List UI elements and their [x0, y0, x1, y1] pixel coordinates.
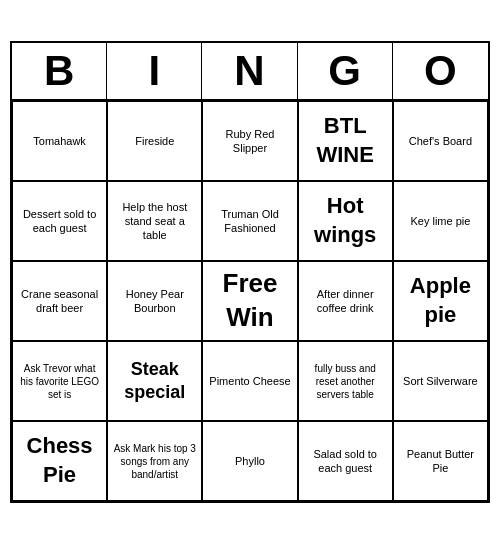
cell-text: Key lime pie — [410, 214, 470, 228]
cell-text: Truman Old Fashioned — [207, 207, 292, 236]
cell-text: fully buss and reset another servers tab… — [303, 362, 388, 401]
bingo-cell[interactable]: Phyllo — [202, 421, 297, 501]
cell-text: Chef's Board — [409, 134, 472, 148]
cell-text: Chess Pie — [17, 432, 102, 489]
cell-text: After dinner coffee drink — [303, 287, 388, 316]
cell-text: Hot wings — [303, 192, 388, 249]
cell-text: Fireside — [135, 134, 174, 148]
bingo-grid: TomahawkFiresideRuby Red SlipperBTL WINE… — [12, 101, 488, 501]
bingo-cell[interactable]: Apple pie — [393, 261, 488, 341]
bingo-cell[interactable]: Honey Pear Bourbon — [107, 261, 202, 341]
bingo-card: BINGO TomahawkFiresideRuby Red SlipperBT… — [10, 41, 490, 503]
bingo-cell[interactable]: After dinner coffee drink — [298, 261, 393, 341]
bingo-cell[interactable]: Key lime pie — [393, 181, 488, 261]
bingo-cell[interactable]: Help the host stand seat a table — [107, 181, 202, 261]
cell-text: Steak special — [112, 358, 197, 405]
cell-text: Pimento Cheese — [209, 374, 290, 388]
bingo-cell[interactable]: Chess Pie — [12, 421, 107, 501]
bingo-cell[interactable]: Fireside — [107, 101, 202, 181]
cell-text: Peanut Butter Pie — [398, 447, 483, 476]
cell-text: Phyllo — [235, 454, 265, 468]
header-letter: N — [202, 43, 297, 99]
header-letter: G — [298, 43, 393, 99]
bingo-cell[interactable]: Free Win — [202, 261, 297, 341]
cell-text: Dessert sold to each guest — [17, 207, 102, 236]
bingo-cell[interactable]: Crane seasonal draft beer — [12, 261, 107, 341]
cell-text: Honey Pear Bourbon — [112, 287, 197, 316]
bingo-cell[interactable]: BTL WINE — [298, 101, 393, 181]
cell-text: Ask Mark his top 3 songs from any band/a… — [112, 442, 197, 481]
cell-text: Tomahawk — [33, 134, 86, 148]
bingo-cell[interactable]: Steak special — [107, 341, 202, 421]
cell-text: Help the host stand seat a table — [112, 200, 197, 243]
header-letter: O — [393, 43, 488, 99]
cell-text: Crane seasonal draft beer — [17, 287, 102, 316]
cell-text: Salad sold to each guest — [303, 447, 388, 476]
bingo-cell[interactable]: Truman Old Fashioned — [202, 181, 297, 261]
bingo-cell[interactable]: Chef's Board — [393, 101, 488, 181]
cell-text: Free Win — [207, 267, 292, 335]
header-letter: I — [107, 43, 202, 99]
bingo-cell[interactable]: Ruby Red Slipper — [202, 101, 297, 181]
bingo-cell[interactable]: fully buss and reset another servers tab… — [298, 341, 393, 421]
bingo-cell[interactable]: Pimento Cheese — [202, 341, 297, 421]
bingo-cell[interactable]: Salad sold to each guest — [298, 421, 393, 501]
bingo-cell[interactable]: Tomahawk — [12, 101, 107, 181]
bingo-header: BINGO — [12, 43, 488, 101]
cell-text: Apple pie — [398, 272, 483, 329]
header-letter: B — [12, 43, 107, 99]
bingo-cell[interactable]: Hot wings — [298, 181, 393, 261]
cell-text: Ask Trevor what his favorite LEGO set is — [17, 362, 102, 401]
bingo-cell[interactable]: Sort Silverware — [393, 341, 488, 421]
cell-text: BTL WINE — [303, 112, 388, 169]
bingo-cell[interactable]: Ask Trevor what his favorite LEGO set is — [12, 341, 107, 421]
bingo-cell[interactable]: Peanut Butter Pie — [393, 421, 488, 501]
bingo-cell[interactable]: Ask Mark his top 3 songs from any band/a… — [107, 421, 202, 501]
bingo-cell[interactable]: Dessert sold to each guest — [12, 181, 107, 261]
cell-text: Ruby Red Slipper — [207, 127, 292, 156]
cell-text: Sort Silverware — [403, 374, 478, 388]
